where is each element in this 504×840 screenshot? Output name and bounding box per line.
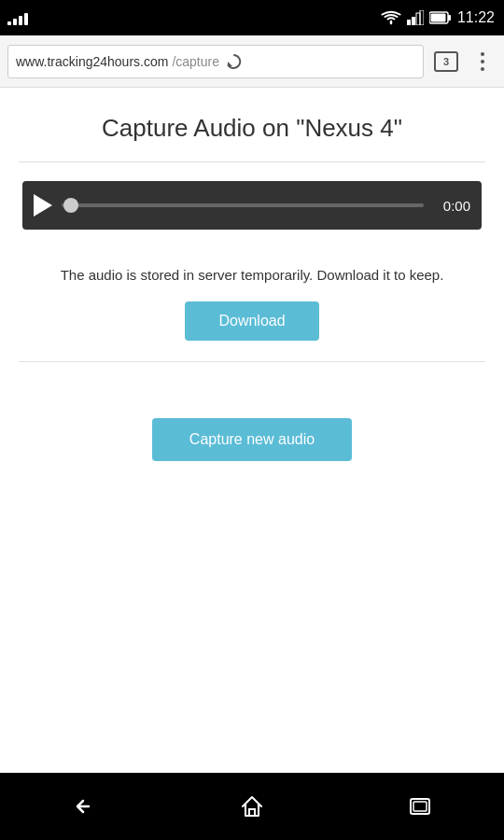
menu-dot-3: [481, 67, 484, 71]
recents-icon: [407, 795, 433, 818]
url-box[interactable]: www.tracking24hours.com /capture: [7, 45, 424, 78]
audio-progress-track[interactable]: [62, 203, 424, 207]
divider-top: [19, 161, 485, 162]
status-right: 11:22: [381, 9, 495, 26]
wifi-icon: [381, 10, 401, 25]
browser-menu-button[interactable]: [469, 45, 497, 78]
svg-rect-2: [416, 13, 420, 25]
menu-dot-1: [481, 52, 484, 56]
tab-switcher-button[interactable]: 3: [429, 45, 463, 78]
url-path: /capture: [172, 54, 219, 69]
back-nav-button[interactable]: [47, 783, 121, 830]
battery-icon: [429, 11, 452, 24]
menu-dot-2: [481, 60, 484, 63]
svg-rect-6: [430, 14, 445, 22]
audio-time: 0:00: [433, 198, 470, 214]
status-left: [7, 10, 28, 25]
svg-rect-10: [413, 802, 427, 811]
navigation-bar: [0, 773, 504, 840]
svg-rect-5: [448, 15, 451, 21]
status-bar: 11:22: [0, 0, 504, 35]
play-icon: [34, 194, 52, 217]
url-domain: www.tracking24hours.com: [16, 54, 168, 69]
svg-rect-3: [420, 10, 424, 25]
refresh-button[interactable]: [223, 50, 245, 73]
refresh-icon: [225, 52, 244, 71]
svg-marker-7: [228, 62, 232, 66]
capture-new-audio-button[interactable]: Capture new audio: [152, 418, 352, 461]
page-title: Capture Audio on "Nexus 4": [0, 88, 504, 161]
audio-player: 0:00: [22, 181, 482, 230]
svg-rect-0: [407, 20, 411, 25]
audio-progress-thumb: [63, 198, 78, 213]
main-content: Capture Audio on "Nexus 4" 0:00 The audi…: [0, 88, 504, 461]
divider-middle: [19, 361, 485, 362]
play-button[interactable]: [34, 194, 52, 217]
recents-nav-button[interactable]: [383, 783, 457, 830]
address-bar: www.tracking24hours.com /capture 3: [0, 35, 504, 88]
home-icon: [239, 793, 265, 819]
back-arrow-icon: [70, 795, 98, 818]
cell-signal-icon: [407, 10, 424, 25]
download-button[interactable]: Download: [185, 301, 318, 341]
signal-bars-icon: [7, 10, 28, 25]
status-time: 11:22: [457, 9, 495, 26]
tab-count-box: 3: [434, 51, 458, 72]
tab-count: 3: [443, 56, 449, 67]
home-nav-button[interactable]: [215, 783, 289, 830]
svg-rect-1: [412, 17, 415, 25]
storage-message: The audio is stored in server temporaril…: [0, 248, 504, 301]
svg-rect-8: [249, 809, 255, 816]
